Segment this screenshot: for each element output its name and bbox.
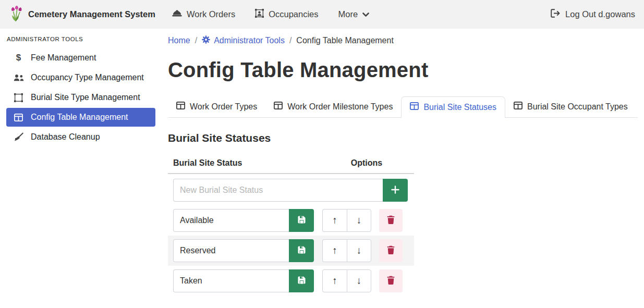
breadcrumb-separator: / <box>195 36 197 45</box>
floppy-icon <box>297 245 306 256</box>
new-status-input[interactable] <box>173 179 383 202</box>
arrow-down-icon: ↓ <box>357 245 362 256</box>
brand-title: Cemetery Management System <box>28 9 155 19</box>
section-heading: Burial Site Statuses <box>168 132 638 144</box>
move-up-button[interactable]: ↑ <box>322 209 347 232</box>
people-icon <box>13 74 24 82</box>
status-input[interactable] <box>173 239 289 262</box>
tab-burial-site-statuses[interactable]: Burial Site Statuses <box>401 96 505 118</box>
save-status-button[interactable] <box>289 239 314 262</box>
save-status-button[interactable] <box>289 269 314 292</box>
sidebar-item-occupancy-type-management[interactable]: Occupancy Type Management <box>6 68 155 87</box>
nav-item-occupancies[interactable]: Occupancies <box>255 9 318 20</box>
gear-icon <box>202 35 210 46</box>
table-icon <box>274 102 283 112</box>
table-row: ↑ ↓ <box>168 266 414 296</box>
breadcrumb-label: Administrator Tools <box>214 36 285 45</box>
arrow-up-icon: ↑ <box>332 275 337 287</box>
table-icon <box>176 102 185 112</box>
bounding-box-icon <box>13 93 24 102</box>
table-row: ↑ ↓ <box>168 205 414 236</box>
plus-icon <box>391 185 400 196</box>
nav-item-label: Work Orders <box>187 9 235 19</box>
table-row-add <box>168 174 414 205</box>
dollar-icon: $ <box>13 53 24 63</box>
main-content: Home / Administrator Tool <box>162 29 644 308</box>
arrow-down-icon: ↓ <box>357 215 362 226</box>
sidebar-item-config-table-management[interactable]: Config Table Management <box>6 108 155 127</box>
breadcrumb-separator: / <box>289 36 291 45</box>
nav-item-label: Occupancies <box>269 9 318 19</box>
nav-item-label: More <box>338 9 358 19</box>
move-down-button[interactable]: ↓ <box>347 239 371 262</box>
tab-work-order-milestone-types[interactable]: Work Order Milestone Types <box>265 96 401 117</box>
delete-status-button[interactable] <box>379 239 403 262</box>
trash-icon <box>387 276 395 286</box>
tab-burial-site-occupant-types[interactable]: Burial Site Occupant Types <box>505 96 636 117</box>
sidebar-item-label: Fee Management <box>31 53 96 63</box>
status-input[interactable] <box>173 269 289 292</box>
delete-status-button[interactable] <box>379 269 403 292</box>
floppy-icon <box>297 276 306 286</box>
table-header-options: Options <box>319 158 414 168</box>
status-input[interactable] <box>173 209 289 232</box>
save-status-button[interactable] <box>289 209 314 232</box>
move-up-button[interactable]: ↑ <box>322 269 347 292</box>
broom-icon <box>13 132 24 142</box>
hard-hat-icon <box>172 9 182 19</box>
sidebar-item-label: Occupancy Type Management <box>31 73 144 82</box>
table-header-row: Burial Site Status Options <box>168 154 414 174</box>
sidebar-item-burial-site-type-management[interactable]: Burial Site Type Management <box>6 88 155 107</box>
sidebar-item-database-cleanup[interactable]: Database Cleanup <box>6 128 155 146</box>
nav-item-more[interactable]: More <box>338 9 370 19</box>
sidebar-item-fee-management[interactable]: $ Fee Management <box>6 48 155 67</box>
page-title: Config Table Management <box>168 56 638 84</box>
person-bounding-box-icon <box>255 9 264 20</box>
statuses-table: Burial Site Status Options <box>168 154 414 296</box>
chevron-down-icon <box>362 9 369 19</box>
breadcrumb: Home / Administrator Tool <box>168 34 638 47</box>
tab-label: Burial Site Statuses <box>423 103 496 112</box>
arrow-down-icon: ↓ <box>357 275 362 287</box>
brand[interactable]: Cemetery Management System <box>9 5 155 24</box>
move-down-button[interactable]: ↓ <box>347 269 371 292</box>
tab-label: Work Order Types <box>190 102 257 112</box>
move-down-button[interactable]: ↓ <box>347 209 371 232</box>
sidebar-item-label: Burial Site Type Management <box>31 93 140 102</box>
table-icon <box>410 102 419 112</box>
tab-label: Burial Site Occupant Types <box>527 102 628 112</box>
floppy-icon <box>297 215 306 226</box>
breadcrumb-home-link[interactable]: Home <box>168 36 190 45</box>
logout-label: Log Out d.gowans <box>565 9 635 19</box>
breadcrumb-current: Config Table Management <box>296 36 394 45</box>
tab-bar: Work Order Types Work Order Milestone Ty… <box>168 96 638 118</box>
top-navbar: Cemetery Management System Work Orders O… <box>0 0 644 29</box>
delete-status-button[interactable] <box>379 209 403 232</box>
sidebar: ADMINISTRATOR TOOLS $ Fee Management Occ… <box>0 29 162 308</box>
tab-work-order-types[interactable]: Work Order Types <box>168 96 265 117</box>
sidebar-item-label: Database Cleanup <box>31 132 100 142</box>
tab-label: Work Order Milestone Types <box>287 102 393 112</box>
nav-item-work-orders[interactable]: Work Orders <box>172 9 235 19</box>
add-status-button[interactable] <box>383 179 408 202</box>
box-arrow-right-icon <box>551 9 560 20</box>
trash-icon <box>387 245 395 256</box>
table-icon <box>514 102 523 112</box>
table-header-status: Burial Site Status <box>168 158 319 168</box>
tulip-logo-icon <box>9 5 23 24</box>
sidebar-item-label: Config Table Management <box>31 113 128 122</box>
sidebar-section-title: ADMINISTRATOR TOOLS <box>0 33 162 47</box>
table-icon <box>13 114 24 121</box>
move-up-button[interactable]: ↑ <box>322 239 347 262</box>
breadcrumb-admin-tools-link[interactable]: Administrator Tools <box>202 35 285 46</box>
arrow-up-icon: ↑ <box>332 245 337 256</box>
arrow-up-icon: ↑ <box>332 215 337 226</box>
trash-icon <box>387 215 395 226</box>
table-row: ↑ ↓ <box>168 236 414 266</box>
logout-link[interactable]: Log Out d.gowans <box>551 9 635 20</box>
